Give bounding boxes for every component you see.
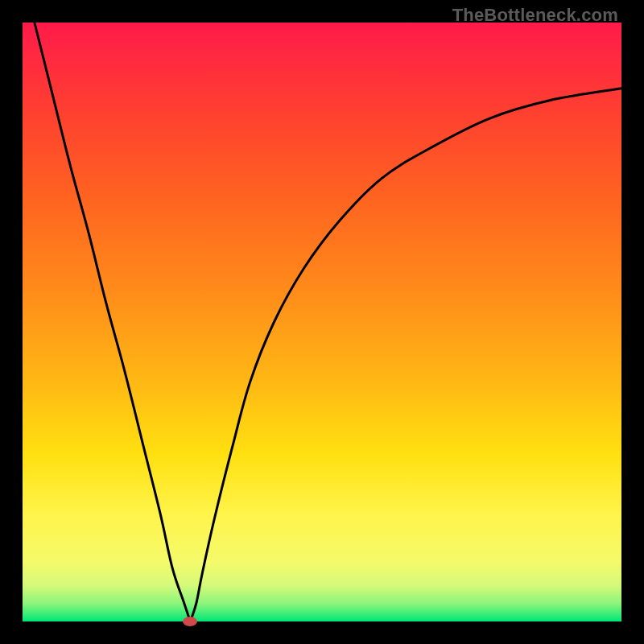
plot-area: [23, 23, 621, 621]
curve-left-branch: [35, 23, 190, 621]
curve-svg: [23, 23, 621, 621]
curve-right-branch: [190, 89, 621, 621]
chart-frame: TheBottleneck.com: [0, 0, 644, 644]
minimum-marker: [183, 617, 197, 626]
